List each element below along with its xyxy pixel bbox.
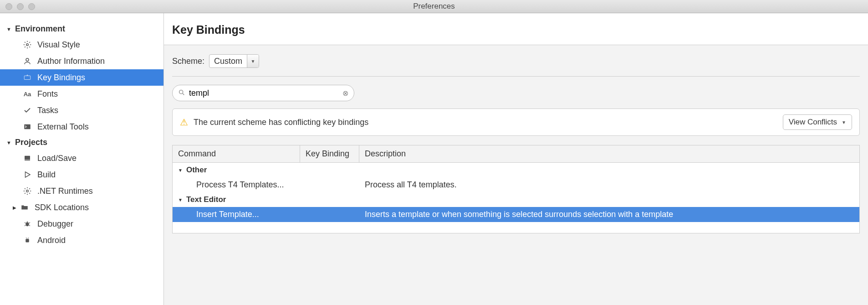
sidebar-item-author-information[interactable]: Author Information [0,53,163,69]
android-icon [23,236,32,244]
section-label: Projects [15,138,47,147]
svg-point-11 [179,90,183,93]
svg-rect-3 [24,124,31,129]
disclosure-triangle-icon: ▼ [6,140,11,145]
window-controls [0,3,35,10]
nav-label: Key Bindings [37,73,85,83]
bindings-table: Command Key Binding Description ▼ Other … [172,145,860,233]
column-description[interactable]: Description [359,145,859,162]
section-label: Environment [15,24,65,34]
search-icon [178,89,185,98]
sidebar-item-build[interactable]: Build [0,166,163,183]
scheme-value: Custom [209,57,247,66]
person-icon [23,57,32,65]
svg-rect-2 [24,76,31,79]
sidebar-item-key-bindings[interactable]: Key Bindings [0,69,163,86]
disclosure-triangle-icon: ▼ [178,197,183,202]
table-row[interactable]: Insert Template... Inserts a template or… [173,207,859,222]
terminal-icon [23,123,32,131]
view-conflicts-button[interactable]: View Conflicts ▼ [783,114,852,130]
bug-icon [23,220,32,228]
keyboard-icon [23,73,32,82]
sidebar-item-sdk-locations[interactable]: ▶ SDK Locations [0,199,163,216]
nav-label: .NET Runtimes [37,186,93,196]
scheme-row: Scheme: Custom ▼ [164,45,868,76]
nav-label: Android [37,236,66,245]
cell-command: Insert Template... [173,210,306,219]
warning-text: The current scheme has conflicting key b… [194,118,368,127]
folder-icon [20,203,29,212]
table-header: Command Key Binding Description [173,145,859,163]
nav-label: Visual Style [37,40,80,50]
nav-label: Author Information [37,57,105,66]
group-text-editor[interactable]: ▼ Text Editor [173,192,859,207]
clear-search-icon[interactable]: ⊗ [342,89,348,98]
close-window-button[interactable] [5,3,12,10]
play-icon [23,171,32,179]
nav-label: Fonts [37,89,58,99]
nav-label: Load/Save [37,154,77,163]
nav-label: External Tools [37,122,89,132]
button-label: View Conflicts [789,118,837,127]
sidebar-item-load-save[interactable]: Load/Save [0,150,163,166]
group-other[interactable]: ▼ Other [173,163,859,177]
svg-point-6 [26,190,29,192]
cell-command: Process T4 Templates... [173,180,306,190]
cell-description: Inserts a template or when something is … [365,210,859,219]
sidebar-item-tasks[interactable]: Tasks [0,102,163,119]
minimize-window-button[interactable] [17,3,24,10]
column-command[interactable]: Command [173,145,300,162]
nav-label: Tasks [37,106,58,115]
preferences-sidebar: ▼ Environment Visual Style Author Inform… [0,13,164,305]
sidebar-item-visual-style[interactable]: Visual Style [0,36,163,53]
group-label: Other [186,165,207,175]
column-key-binding[interactable]: Key Binding [300,145,359,162]
sidebar-item-fonts[interactable]: Aa Fonts [0,86,163,102]
scheme-select[interactable]: Custom ▼ [209,54,259,68]
search-input[interactable] [189,88,342,98]
search-field[interactable]: ⊗ [172,85,354,101]
disk-icon [23,154,32,162]
disclosure-triangle-icon: ▼ [6,26,11,32]
svg-point-9 [26,238,27,239]
disclosure-triangle-icon: ▶ [13,205,16,210]
titlebar: Preferences [0,0,868,13]
svg-rect-8 [26,239,29,243]
chevron-down-icon: ▼ [842,120,846,125]
nav-label: Build [37,170,56,180]
disclosure-triangle-icon: ▼ [178,168,183,173]
sidebar-item-debugger[interactable]: Debugger [0,216,163,232]
cell-description: Process all T4 templates. [365,180,859,190]
cell-binding [306,210,365,219]
group-label: Text Editor [186,195,226,204]
conflict-warning-bar: ⚠ The current scheme has conflicting key… [172,109,860,136]
nav-label: Debugger [37,219,73,229]
page-title: Key Bindings [164,13,868,45]
cell-binding [306,180,365,190]
zoom-window-button[interactable] [28,3,35,10]
scheme-label: Scheme: [172,57,204,66]
chevron-down-icon: ▼ [247,55,259,67]
gear-icon [23,187,32,195]
svg-point-7 [26,222,29,226]
svg-point-10 [28,238,29,239]
svg-point-0 [26,44,29,46]
sidebar-item-android[interactable]: Android [0,232,163,248]
nav-label: SDK Locations [35,203,89,212]
window-title: Preferences [413,2,455,11]
sidebar-section-projects[interactable]: ▼ Projects [0,135,163,150]
sidebar-item-net-runtimes[interactable]: .NET Runtimes [0,183,163,199]
main-panel: Key Bindings Scheme: Custom ▼ ⊗ ⚠ The cu… [164,13,868,305]
checkmark-icon [23,106,32,114]
gear-icon [23,41,32,49]
svg-rect-5 [25,159,30,160]
warning-icon: ⚠ [180,117,188,128]
sidebar-section-environment[interactable]: ▼ Environment [0,21,163,36]
table-row[interactable]: Process T4 Templates... Process all T4 t… [173,177,859,192]
sidebar-item-external-tools[interactable]: External Tools [0,119,163,135]
svg-point-1 [26,58,29,61]
font-icon: Aa [23,91,32,98]
